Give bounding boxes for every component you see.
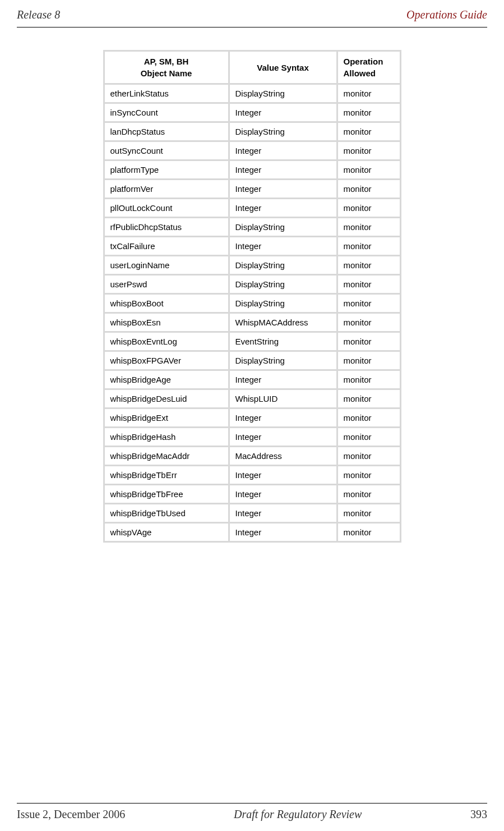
cell-value-syntax: DisplayString xyxy=(229,122,337,141)
cell-value-syntax: Integer xyxy=(229,466,337,485)
cell-value-syntax: DisplayString xyxy=(229,275,337,294)
cell-object-name: whispBridgeHash xyxy=(104,428,229,447)
cell-value-syntax: Integer xyxy=(229,485,337,504)
cell-object-name: userPswd xyxy=(104,275,229,294)
cell-value-syntax: Integer xyxy=(229,408,337,428)
cell-object-name: pllOutLockCount xyxy=(104,199,229,218)
cell-object-name: whispBridgeTbUsed xyxy=(104,504,229,523)
cell-object-name: whispBridgeExt xyxy=(104,408,229,428)
table-row: whispBridgeMacAddrMacAddressmonitor xyxy=(104,447,400,466)
page-footer: Issue 2, December 2006 Draft for Regulat… xyxy=(0,803,504,821)
object-table: AP, SM, BH Object Name Value Syntax Oper… xyxy=(103,50,401,543)
table-row: whispBoxFPGAVerDisplayStringmonitor xyxy=(104,351,400,370)
cell-object-name: txCalFailure xyxy=(104,237,229,256)
cell-operation-allowed: monitor xyxy=(337,485,400,504)
cell-operation-allowed: monitor xyxy=(337,313,400,332)
cell-value-syntax: Integer xyxy=(229,428,337,447)
footer-center: Draft for Regulatory Review xyxy=(234,808,362,821)
cell-object-name: whispBoxEvntLog xyxy=(104,332,229,351)
table-row: whispBridgeHashIntegermonitor xyxy=(104,428,400,447)
cell-object-name: whispBridgeTbFree xyxy=(104,485,229,504)
cell-object-name: whispBoxEsn xyxy=(104,313,229,332)
cell-object-name: rfPublicDhcpStatus xyxy=(104,218,229,237)
cell-operation-allowed: monitor xyxy=(337,389,400,408)
table-row: etherLinkStatusDisplayStringmonitor xyxy=(104,84,400,103)
cell-object-name: whispBridgeTbErr xyxy=(104,466,229,485)
cell-value-syntax: DisplayString xyxy=(229,256,337,275)
cell-object-name: outSyncCount xyxy=(104,141,229,160)
table-row: whispBridgeAgeIntegermonitor xyxy=(104,370,400,389)
table-row: whispBoxEvntLogEventStringmonitor xyxy=(104,332,400,351)
cell-operation-allowed: monitor xyxy=(337,523,400,542)
footer-rule xyxy=(17,803,487,804)
cell-operation-allowed: monitor xyxy=(337,294,400,313)
footer-left: Issue 2, December 2006 xyxy=(17,808,125,821)
cell-operation-allowed: monitor xyxy=(337,370,400,389)
cell-operation-allowed: monitor xyxy=(337,408,400,428)
cell-value-syntax: Integer xyxy=(229,370,337,389)
cell-operation-allowed: monitor xyxy=(337,256,400,275)
table-row: pllOutLockCountIntegermonitor xyxy=(104,199,400,218)
table-body: etherLinkStatusDisplayStringmonitorinSyn… xyxy=(104,84,400,542)
table-row: txCalFailureIntegermonitor xyxy=(104,237,400,256)
cell-operation-allowed: monitor xyxy=(337,428,400,447)
cell-value-syntax: WhispLUID xyxy=(229,389,337,408)
cell-value-syntax: EventString xyxy=(229,332,337,351)
cell-operation-allowed: monitor xyxy=(337,180,400,199)
cell-operation-allowed: monitor xyxy=(337,466,400,485)
table-row: platformVerIntegermonitor xyxy=(104,180,400,199)
cell-value-syntax: Integer xyxy=(229,199,337,218)
col3-line1: Operation xyxy=(344,57,383,66)
table-row: userPswdDisplayStringmonitor xyxy=(104,275,400,294)
table-row: whispBridgeTbUsedIntegermonitor xyxy=(104,504,400,523)
col3-line2: Allowed xyxy=(344,68,376,78)
col-header-value-syntax: Value Syntax xyxy=(229,51,337,84)
cell-value-syntax: Integer xyxy=(229,141,337,160)
cell-operation-allowed: monitor xyxy=(337,237,400,256)
cell-operation-allowed: monitor xyxy=(337,160,400,180)
table-row: whispVAgeIntegermonitor xyxy=(104,523,400,542)
cell-operation-allowed: monitor xyxy=(337,332,400,351)
table-row: inSyncCountIntegermonitor xyxy=(104,103,400,122)
cell-operation-allowed: monitor xyxy=(337,103,400,122)
table-row: platformTypeIntegermonitor xyxy=(104,160,400,180)
col1-line1: AP, SM, BH xyxy=(144,57,189,66)
table-row: whispBoxBootDisplayStringmonitor xyxy=(104,294,400,313)
cell-value-syntax: Integer xyxy=(229,180,337,199)
table-row: rfPublicDhcpStatusDisplayStringmonitor xyxy=(104,218,400,237)
table-row: whispBridgeTbFreeIntegermonitor xyxy=(104,485,400,504)
table-container: AP, SM, BH Object Name Value Syntax Oper… xyxy=(0,44,504,543)
cell-value-syntax: DisplayString xyxy=(229,294,337,313)
table-row: whispBridgeTbErrIntegermonitor xyxy=(104,466,400,485)
cell-operation-allowed: monitor xyxy=(337,84,400,103)
cell-value-syntax: Integer xyxy=(229,237,337,256)
header-right: Operations Guide xyxy=(406,8,487,21)
cell-operation-allowed: monitor xyxy=(337,141,400,160)
cell-operation-allowed: monitor xyxy=(337,199,400,218)
cell-operation-allowed: monitor xyxy=(337,351,400,370)
table-row: userLoginNameDisplayStringmonitor xyxy=(104,256,400,275)
cell-object-name: whispBridgeMacAddr xyxy=(104,447,229,466)
cell-value-syntax: MacAddress xyxy=(229,447,337,466)
cell-value-syntax: Integer xyxy=(229,504,337,523)
col-header-operation-allowed: Operation Allowed xyxy=(337,51,400,84)
col1-line2: Object Name xyxy=(141,68,192,78)
cell-object-name: platformType xyxy=(104,160,229,180)
cell-value-syntax: Integer xyxy=(229,523,337,542)
cell-operation-allowed: monitor xyxy=(337,122,400,141)
table-row: lanDhcpStatusDisplayStringmonitor xyxy=(104,122,400,141)
cell-value-syntax: WhispMACAddress xyxy=(229,313,337,332)
cell-object-name: inSyncCount xyxy=(104,103,229,122)
cell-object-name: whispBridgeAge xyxy=(104,370,229,389)
table-row: outSyncCountIntegermonitor xyxy=(104,141,400,160)
footer-row: Issue 2, December 2006 Draft for Regulat… xyxy=(0,808,504,821)
cell-object-name: userLoginName xyxy=(104,256,229,275)
header-left: Release 8 xyxy=(17,8,60,21)
table-header-row: AP, SM, BH Object Name Value Syntax Oper… xyxy=(104,51,400,84)
cell-value-syntax: Integer xyxy=(229,103,337,122)
page-header: Release 8 Operations Guide xyxy=(0,0,504,27)
header-rule xyxy=(17,27,487,27)
cell-object-name: lanDhcpStatus xyxy=(104,122,229,141)
footer-right: 393 xyxy=(470,808,487,821)
cell-object-name: whispBoxBoot xyxy=(104,294,229,313)
